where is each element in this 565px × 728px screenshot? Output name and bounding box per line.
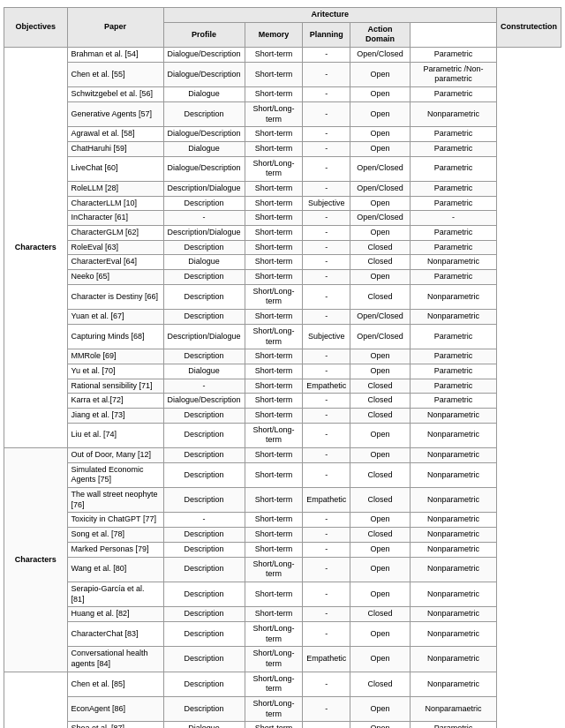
memory-cell: Short-term	[245, 462, 303, 487]
memory-cell: Short/Long-term	[245, 324, 303, 349]
planning-cell: Subjective	[303, 196, 350, 211]
construction-cell: Parametric	[410, 181, 496, 196]
planning-cell: -	[303, 310, 350, 325]
action-domain-cell: Open	[350, 697, 410, 722]
memory-cell: Short-term	[245, 48, 303, 63]
profile-cell: Dialogue/Description	[163, 62, 245, 86]
action-domain-cell: Closed	[350, 284, 410, 309]
construction-cell: Parametric	[410, 240, 496, 255]
profile-cell: Description	[163, 284, 245, 309]
profile-cell: Description	[163, 101, 245, 126]
action-domain-cell: Open/Closed	[350, 156, 410, 181]
action-domain-cell: Open	[350, 582, 410, 606]
action-domain-cell: Open	[350, 542, 410, 557]
paper-cell: Schwitzgebel et al. [56]	[67, 87, 163, 102]
paper-cell: Wang et al. [80]	[67, 557, 163, 582]
planning-cell: -	[303, 697, 350, 722]
profile-cell: Description	[163, 542, 245, 557]
memory-cell: Short/Long-term	[245, 647, 303, 672]
action-domain-cell: Closed	[350, 379, 410, 394]
construction-cell: Parametric	[410, 127, 496, 142]
construction-cell: Parametric	[410, 156, 496, 181]
action-domain-cell: Open	[350, 647, 410, 672]
col-construction: Construtection	[496, 8, 561, 48]
table-row: Shea et al. [87]DialogueShort-term-OpenP…	[4, 722, 561, 728]
memory-cell: Short/Long-term	[245, 557, 303, 582]
paper-cell: ChatHaruhi [59]	[67, 141, 163, 156]
construction-cell: Parametric	[410, 270, 496, 285]
table-container: Objectives Paper Aritecture Construtecti…	[0, 0, 565, 728]
construction-cell: -	[410, 211, 496, 226]
table-row: Song et al. [78]DescriptionShort-term-Cl…	[4, 528, 561, 543]
memory-cell: Short-term	[245, 127, 303, 142]
paper-cell: Serapio-García et al. [81]	[67, 582, 163, 606]
objective-cell: Characters	[4, 48, 68, 448]
paper-cell: Brahman et al. [54]	[67, 48, 163, 63]
memory-cell: Short-term	[245, 408, 303, 423]
memory-cell: Short/Long-term	[245, 156, 303, 181]
table-row: Generative Agents [57]DescriptionShort/L…	[4, 101, 561, 126]
table-row: EconAgent [86]DescriptionShort/Long-term…	[4, 697, 561, 722]
action-domain-cell: Open	[350, 557, 410, 582]
col-architecture: Aritecture	[163, 8, 496, 23]
paper-cell: Yu et al. [70]	[67, 364, 163, 379]
construction-cell: Parametric	[410, 48, 496, 63]
planning-cell: -	[303, 607, 350, 622]
paper-cell: InCharacter [61]	[67, 211, 163, 226]
table-row: Neeko [65]DescriptionShort-term-OpenPara…	[4, 270, 561, 285]
paper-cell: Chen et al. [55]	[67, 62, 163, 86]
col-planning: Planning	[303, 22, 350, 47]
paper-cell: CharacterEval [64]	[67, 255, 163, 270]
paper-cell: Huang et al. [82]	[67, 607, 163, 622]
table-row: Serapio-García et al. [81]DescriptionSho…	[4, 582, 561, 606]
memory-cell: Short/Long-term	[245, 697, 303, 722]
table-row: Huang et al. [82]DescriptionShort-term-C…	[4, 607, 561, 622]
planning-cell: -	[303, 349, 350, 364]
profile-cell: Dialogue/Description	[163, 48, 245, 63]
memory-cell: Short/Long-term	[245, 672, 303, 696]
table-row: Yuan et al. [67]DescriptionShort-term-Op…	[4, 310, 561, 325]
construction-cell: Nonparametric	[410, 408, 496, 423]
paper-cell: Character is Destiny [66]	[67, 284, 163, 309]
table-row: Jiang et al. [73]DescriptionShort-term-C…	[4, 408, 561, 423]
memory-cell: Short-term	[245, 255, 303, 270]
construction-cell: Parametric	[410, 394, 496, 409]
col-memory: Memory	[245, 22, 303, 47]
profile-cell: Description	[163, 557, 245, 582]
action-domain-cell: Closed	[350, 394, 410, 409]
action-domain-cell: Open	[350, 141, 410, 156]
paper-cell: RoleLLM [28]	[67, 181, 163, 196]
planning-cell: -	[303, 542, 350, 557]
memory-cell: Short-term	[245, 211, 303, 226]
planning-cell: -	[303, 423, 350, 447]
construction-cell: Nonparametric	[410, 255, 496, 270]
memory-cell: Short-term	[245, 528, 303, 543]
table-row: CharacterEval [64]DialogueShort-term-Clo…	[4, 255, 561, 270]
col-action-domain: Action Domain	[350, 22, 410, 47]
table-row: Toxicity in ChatGPT [77]-Short-term-Open…	[4, 513, 561, 528]
action-domain-cell: Closed	[350, 255, 410, 270]
profile-cell: -	[163, 211, 245, 226]
table-row: The wall street neophyte [76]Description…	[4, 488, 561, 513]
action-domain-cell: Open	[350, 196, 410, 211]
col-objectives: Objectives	[4, 8, 68, 48]
action-domain-cell: Open	[350, 270, 410, 285]
planning-cell: Empathetic	[303, 647, 350, 672]
table-row: CharacterGLM [62]Description/DialogueSho…	[4, 226, 561, 241]
construction-cell: Nonparametric	[410, 607, 496, 622]
table-row: CharactersBrahman et al. [54]Dialogue/De…	[4, 48, 561, 63]
planning-cell: -	[303, 156, 350, 181]
planning-cell: -	[303, 408, 350, 423]
profile-cell: Description	[163, 408, 245, 423]
action-domain-cell: Open/Closed	[350, 211, 410, 226]
construction-cell: Nonparametric	[410, 582, 496, 606]
paper-cell: Marked Personas [79]	[67, 542, 163, 557]
action-domain-cell: Open	[350, 423, 410, 447]
memory-cell: Short-term	[245, 582, 303, 606]
table-row: Chen et al. [55]Dialogue/DescriptionShor…	[4, 62, 561, 86]
planning-cell: -	[303, 394, 350, 409]
planning-cell: -	[303, 62, 350, 86]
paper-cell: Karra et al.[72]	[67, 394, 163, 409]
construction-cell: Nonparametric	[410, 423, 496, 447]
action-domain-cell: Open	[350, 722, 410, 728]
